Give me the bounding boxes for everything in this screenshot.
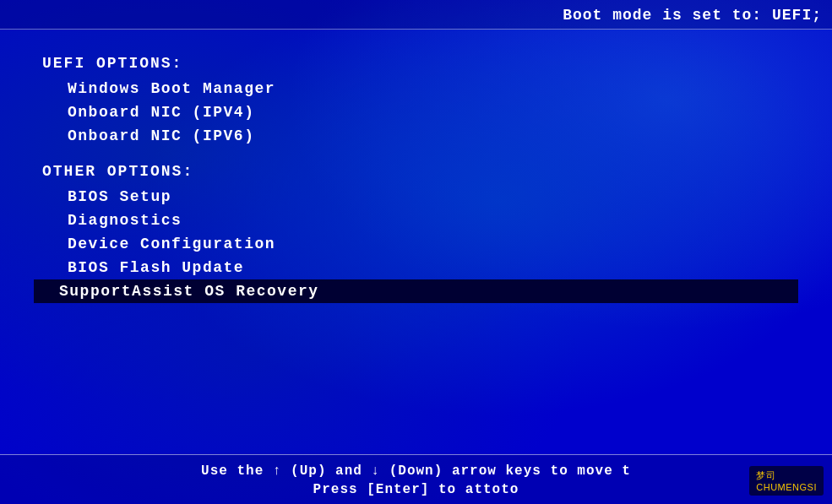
uefi-section: UEFI OPTIONS: Windows Boot Manager Onboa…: [42, 46, 798, 148]
bios-screen: Boot mode is set to: UEFI; UEFI OPTIONS:…: [0, 0, 832, 504]
menu-item-bios-setup[interactable]: BIOS Setup: [42, 185, 798, 209]
help-line2: Press [Enter] to attoto: [313, 482, 519, 497]
boot-mode-status: Boot mode is set to: UEFI;: [563, 7, 822, 24]
other-section-header: OTHER OPTIONS:: [42, 163, 798, 180]
watermark: 梦司 CHUMENGSI: [749, 466, 824, 496]
other-section: OTHER OPTIONS: BIOS Setup Diagnostics De…: [42, 154, 798, 303]
menu-item-windows-boot-manager[interactable]: Windows Boot Manager: [42, 77, 798, 100]
menu-item-supportassist-os-recovery[interactable]: SupportAssist OS Recovery: [34, 279, 798, 303]
help-bar: Use the ↑ (Up) and ↓ (Down) arrow keys t…: [0, 454, 832, 504]
menu-item-bios-flash-update[interactable]: BIOS Flash Update: [42, 256, 798, 279]
menu-item-onboard-nic-ipv6[interactable]: Onboard NIC (IPV6): [42, 124, 798, 148]
menu-item-diagnostics[interactable]: Diagnostics: [42, 209, 798, 232]
menu-item-device-configuration[interactable]: Device Configuration: [42, 232, 798, 256]
status-bar: Boot mode is set to: UEFI;: [0, 0, 832, 30]
help-line1: Use the ↑ (Up) and ↓ (Down) arrow keys t…: [201, 463, 631, 479]
main-content: UEFI OPTIONS: Windows Boot Manager Onboa…: [0, 30, 832, 454]
watermark-latin: CHUMENGSI: [756, 482, 817, 492]
menu-item-onboard-nic-ipv4[interactable]: Onboard NIC (IPV4): [42, 100, 798, 124]
watermark-chinese: 梦司: [756, 469, 817, 482]
uefi-section-header: UEFI OPTIONS:: [42, 55, 798, 72]
